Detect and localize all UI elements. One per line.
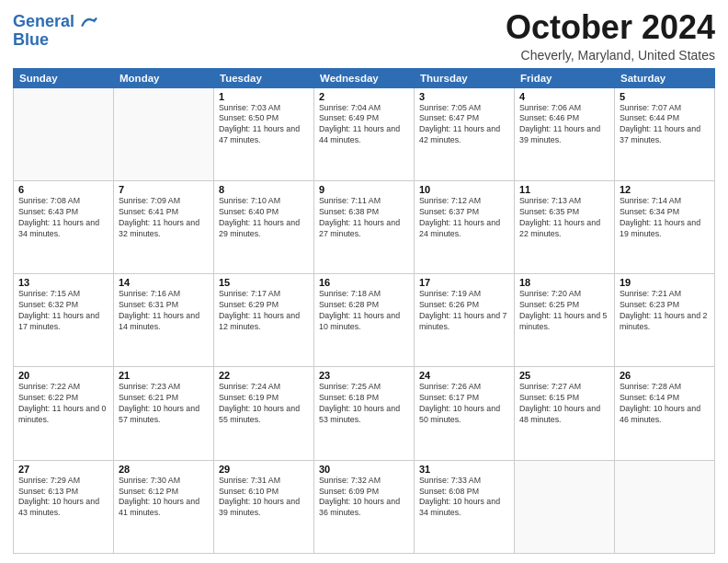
day-detail: Sunrise: 7:30 AMSunset: 6:12 PMDaylight:… (119, 476, 209, 520)
page: General Blue October 2024 Cheverly, Mary… (0, 0, 728, 563)
day-cell: 27Sunrise: 7:29 AMSunset: 6:13 PMDayligh… (14, 460, 114, 553)
day-number: 7 (119, 184, 209, 195)
day-number: 29 (219, 464, 309, 475)
day-detail: Sunrise: 7:22 AMSunset: 6:22 PMDaylight:… (18, 382, 108, 426)
day-cell (615, 460, 715, 553)
day-detail: Sunrise: 7:14 AMSunset: 6:34 PMDaylight:… (620, 196, 710, 240)
day-detail: Sunrise: 7:25 AMSunset: 6:18 PMDaylight:… (319, 382, 409, 426)
day-cell: 19Sunrise: 7:21 AMSunset: 6:23 PMDayligh… (615, 274, 715, 367)
day-cell: 31Sunrise: 7:33 AMSunset: 6:08 PMDayligh… (415, 460, 515, 553)
week-row-2: 6Sunrise: 7:08 AMSunset: 6:43 PMDaylight… (14, 180, 715, 273)
day-detail: Sunrise: 7:28 AMSunset: 6:14 PMDaylight:… (620, 382, 710, 426)
day-cell: 9Sunrise: 7:11 AMSunset: 6:38 PMDaylight… (314, 180, 415, 273)
day-number: 11 (519, 184, 609, 195)
day-detail: Sunrise: 7:03 AMSunset: 6:50 PMDaylight:… (219, 103, 309, 147)
week-row-1: 1Sunrise: 7:03 AMSunset: 6:50 PMDaylight… (14, 87, 715, 180)
day-number: 18 (519, 277, 609, 288)
location: Cheverly, Maryland, United States (506, 48, 715, 63)
logo: General Blue (13, 13, 97, 50)
day-cell: 25Sunrise: 7:27 AMSunset: 6:15 PMDayligh… (515, 367, 615, 460)
day-cell: 13Sunrise: 7:15 AMSunset: 6:32 PMDayligh… (14, 274, 114, 367)
day-cell: 6Sunrise: 7:08 AMSunset: 6:43 PMDaylight… (14, 180, 114, 273)
day-number: 13 (18, 277, 108, 288)
day-number: 27 (18, 464, 108, 475)
calendar: SundayMondayTuesdayWednesdayThursdayFrid… (13, 68, 715, 554)
day-detail: Sunrise: 7:33 AMSunset: 6:08 PMDaylight:… (419, 476, 509, 520)
day-detail: Sunrise: 7:09 AMSunset: 6:41 PMDaylight:… (119, 196, 209, 240)
day-detail: Sunrise: 7:24 AMSunset: 6:19 PMDaylight:… (219, 382, 309, 426)
day-number: 2 (319, 91, 409, 102)
week-row-5: 27Sunrise: 7:29 AMSunset: 6:13 PMDayligh… (14, 460, 715, 553)
day-detail: Sunrise: 7:31 AMSunset: 6:10 PMDaylight:… (219, 476, 309, 520)
day-detail: Sunrise: 7:18 AMSunset: 6:28 PMDaylight:… (319, 289, 409, 333)
day-detail: Sunrise: 7:32 AMSunset: 6:09 PMDaylight:… (319, 476, 409, 520)
weekday-tuesday: Tuesday (214, 68, 314, 87)
day-cell (14, 87, 114, 180)
day-detail: Sunrise: 7:20 AMSunset: 6:25 PMDaylight:… (519, 289, 609, 333)
day-cell: 30Sunrise: 7:32 AMSunset: 6:09 PMDayligh… (314, 460, 415, 553)
day-cell: 11Sunrise: 7:13 AMSunset: 6:35 PMDayligh… (515, 180, 615, 273)
day-cell: 15Sunrise: 7:17 AMSunset: 6:29 PMDayligh… (214, 274, 314, 367)
day-number: 4 (519, 91, 609, 102)
day-cell: 10Sunrise: 7:12 AMSunset: 6:37 PMDayligh… (415, 180, 515, 273)
weekday-friday: Friday (515, 68, 615, 87)
day-cell: 17Sunrise: 7:19 AMSunset: 6:26 PMDayligh… (415, 274, 515, 367)
day-cell: 29Sunrise: 7:31 AMSunset: 6:10 PMDayligh… (214, 460, 314, 553)
day-detail: Sunrise: 7:10 AMSunset: 6:40 PMDaylight:… (219, 196, 309, 240)
day-number: 20 (18, 370, 108, 381)
day-number: 3 (419, 91, 509, 102)
day-cell: 7Sunrise: 7:09 AMSunset: 6:41 PMDaylight… (114, 180, 214, 273)
day-detail: Sunrise: 7:21 AMSunset: 6:23 PMDaylight:… (620, 289, 710, 333)
day-number: 23 (319, 370, 409, 381)
day-cell: 5Sunrise: 7:07 AMSunset: 6:44 PMDaylight… (615, 87, 715, 180)
day-detail: Sunrise: 7:17 AMSunset: 6:29 PMDaylight:… (219, 289, 309, 333)
day-cell: 16Sunrise: 7:18 AMSunset: 6:28 PMDayligh… (314, 274, 415, 367)
day-detail: Sunrise: 7:26 AMSunset: 6:17 PMDaylight:… (419, 382, 509, 426)
weekday-saturday: Saturday (615, 68, 715, 87)
day-cell: 3Sunrise: 7:05 AMSunset: 6:47 PMDaylight… (415, 87, 515, 180)
week-row-4: 20Sunrise: 7:22 AMSunset: 6:22 PMDayligh… (14, 367, 715, 460)
day-cell: 14Sunrise: 7:16 AMSunset: 6:31 PMDayligh… (114, 274, 214, 367)
day-detail: Sunrise: 7:13 AMSunset: 6:35 PMDaylight:… (519, 196, 609, 240)
day-cell: 8Sunrise: 7:10 AMSunset: 6:40 PMDaylight… (214, 180, 314, 273)
day-detail: Sunrise: 7:16 AMSunset: 6:31 PMDaylight:… (119, 289, 209, 333)
day-number: 28 (119, 464, 209, 475)
day-detail: Sunrise: 7:12 AMSunset: 6:37 PMDaylight:… (419, 196, 509, 240)
day-cell: 12Sunrise: 7:14 AMSunset: 6:34 PMDayligh… (615, 180, 715, 273)
logo-icon (81, 14, 97, 30)
day-number: 31 (419, 464, 509, 475)
day-detail: Sunrise: 7:11 AMSunset: 6:38 PMDaylight:… (319, 196, 409, 240)
day-number: 6 (18, 184, 108, 195)
day-number: 8 (219, 184, 309, 195)
day-detail: Sunrise: 7:19 AMSunset: 6:26 PMDaylight:… (419, 289, 509, 333)
day-cell (515, 460, 615, 553)
logo-text: General (13, 13, 97, 31)
weekday-header-row: SundayMondayTuesdayWednesdayThursdayFrid… (14, 68, 715, 87)
day-detail: Sunrise: 7:05 AMSunset: 6:47 PMDaylight:… (419, 103, 509, 147)
day-number: 26 (620, 370, 710, 381)
day-number: 9 (319, 184, 409, 195)
day-cell: 28Sunrise: 7:30 AMSunset: 6:12 PMDayligh… (114, 460, 214, 553)
day-cell: 4Sunrise: 7:06 AMSunset: 6:46 PMDaylight… (515, 87, 615, 180)
day-detail: Sunrise: 7:06 AMSunset: 6:46 PMDaylight:… (519, 103, 609, 147)
day-detail: Sunrise: 7:27 AMSunset: 6:15 PMDaylight:… (519, 382, 609, 426)
week-row-3: 13Sunrise: 7:15 AMSunset: 6:32 PMDayligh… (14, 274, 715, 367)
day-number: 30 (319, 464, 409, 475)
day-number: 1 (219, 91, 309, 102)
day-cell: 23Sunrise: 7:25 AMSunset: 6:18 PMDayligh… (314, 367, 415, 460)
weekday-sunday: Sunday (14, 68, 114, 87)
day-number: 22 (219, 370, 309, 381)
day-number: 17 (419, 277, 509, 288)
title-block: October 2024 Cheverly, Maryland, United … (506, 9, 715, 63)
day-number: 15 (219, 277, 309, 288)
day-number: 24 (419, 370, 509, 381)
day-cell: 26Sunrise: 7:28 AMSunset: 6:14 PMDayligh… (615, 367, 715, 460)
day-detail: Sunrise: 7:08 AMSunset: 6:43 PMDaylight:… (18, 196, 108, 240)
day-cell: 1Sunrise: 7:03 AMSunset: 6:50 PMDaylight… (214, 87, 314, 180)
day-number: 16 (319, 277, 409, 288)
day-number: 5 (620, 91, 710, 102)
weekday-monday: Monday (114, 68, 214, 87)
weekday-thursday: Thursday (415, 68, 515, 87)
day-detail: Sunrise: 7:04 AMSunset: 6:49 PMDaylight:… (319, 103, 409, 147)
day-cell: 2Sunrise: 7:04 AMSunset: 6:49 PMDaylight… (314, 87, 415, 180)
